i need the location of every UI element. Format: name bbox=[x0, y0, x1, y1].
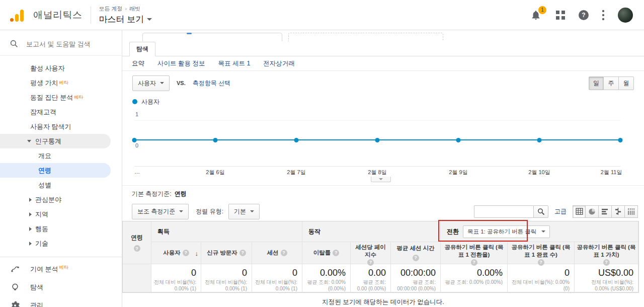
sidebar-item-discover[interactable]: 탐색 bbox=[0, 278, 122, 296]
secondary-dimension-button[interactable]: 보조 측정기준 bbox=[132, 204, 189, 219]
user-avatar[interactable] bbox=[618, 8, 633, 23]
data-point[interactable] bbox=[456, 138, 460, 142]
sidebar-item-lifetime-value[interactable]: 평생 가치베타 bbox=[0, 75, 122, 90]
sidebar-search[interactable] bbox=[0, 30, 122, 56]
help-icon[interactable]: ? bbox=[471, 259, 477, 266]
view-comparison-button[interactable] bbox=[612, 205, 625, 218]
vs-label: VS. bbox=[177, 80, 186, 86]
sidebar-item-label: 행동 bbox=[35, 224, 48, 234]
primary-dimension-value[interactable]: 연령 bbox=[175, 190, 187, 198]
column-header-pages-per-session[interactable]: 세션당 페이지수? bbox=[351, 242, 391, 264]
sort-type-dropdown[interactable]: 기본 bbox=[228, 204, 260, 219]
chevron-right-icon bbox=[29, 198, 32, 202]
sidebar-item-audiences[interactable]: 잠재고객 bbox=[0, 105, 122, 119]
kebab-menu-icon[interactable] bbox=[602, 10, 605, 21]
table-view-icon bbox=[576, 208, 583, 215]
view-performance-button[interactable] bbox=[599, 205, 612, 218]
x-tick: 2월 6일 bbox=[206, 169, 224, 176]
chevron-right-icon bbox=[29, 242, 32, 246]
column-header-goal-value[interactable]: 공유하기 버튼 클릭 (목표 1 가치)? bbox=[575, 242, 638, 264]
bar-chart-icon bbox=[601, 208, 609, 215]
help-icon[interactable]: ? bbox=[538, 259, 544, 266]
sidebar-item-user-explorer[interactable]: 사용자 탐색기 bbox=[0, 119, 122, 134]
select-metric-link[interactable]: 측정항목 선택 bbox=[193, 79, 230, 88]
analytics-logo-icon bbox=[10, 9, 26, 22]
sidebar-item-demographics[interactable]: 인구통계 bbox=[0, 134, 111, 148]
help-icon[interactable]: ? bbox=[603, 259, 610, 266]
breadcrumb-account[interactable]: 모든 계정 bbox=[99, 5, 123, 13]
sidebar-item-age[interactable]: 연령 bbox=[0, 163, 111, 178]
app-header: 애널리틱스 모든 계정 › 래빗 마스터 보기 1 ? bbox=[0, 0, 644, 30]
help-icon[interactable]: ? bbox=[367, 259, 374, 266]
sidebar-item-interests[interactable]: 관심분야 bbox=[0, 192, 122, 207]
metric-dropdown[interactable]: 사용자 bbox=[132, 75, 170, 91]
advanced-filter-link[interactable]: 고급 bbox=[554, 207, 567, 216]
sidebar-item-technology[interactable]: 기술 bbox=[0, 236, 122, 251]
sidebar-item-active-users[interactable]: 활성 사용자 bbox=[0, 61, 122, 75]
column-header-new-users[interactable]: 신규 방문자? bbox=[201, 242, 252, 264]
sidebar-item-label: 기여 분석 bbox=[30, 266, 58, 273]
help-icon[interactable]: ? bbox=[239, 250, 246, 256]
series-label: 사용자 bbox=[141, 98, 159, 106]
sidebar-item-geo[interactable]: 지역 bbox=[0, 207, 122, 221]
column-header-age[interactable]: 연령 ? bbox=[123, 221, 151, 264]
data-table: 연령 ? 획득 동작 전환 목표 1: 공유하기 버튼 클릭 사용자? ↓ 신규… bbox=[122, 221, 639, 293]
subnav-goal-set-1[interactable]: 목표 세트 1 bbox=[218, 59, 250, 68]
segment-all-users[interactable] bbox=[142, 33, 282, 41]
view-pivot-button[interactable] bbox=[625, 205, 638, 218]
sidebar-item-label: 동질 집단 분석 bbox=[30, 93, 73, 102]
apps-grid-icon[interactable] bbox=[555, 10, 566, 20]
column-header-avg-session-duration[interactable]: 평균 세션 시간? bbox=[391, 242, 441, 264]
column-header-goal-conversion-rate[interactable]: 공유하기 버튼 클릭 (목표 1 전환율)? bbox=[441, 242, 508, 264]
granularity-day-button[interactable]: 일 bbox=[589, 76, 604, 90]
view-selector[interactable]: 마스터 보기 bbox=[99, 14, 152, 25]
sidebar-item-admin[interactable]: 관리 bbox=[0, 296, 122, 307]
data-point[interactable] bbox=[375, 138, 380, 142]
help-icon[interactable]: ? bbox=[281, 250, 287, 256]
sidebar-item-cohort-analysis[interactable]: 동질 집단 분석베타 bbox=[0, 90, 122, 105]
subnav-summary[interactable]: 요약 bbox=[132, 59, 144, 68]
totals-goal-completions: 0전체 대비 비율(%): 0.00% (0) bbox=[508, 264, 575, 292]
granularity-month-button[interactable]: 월 bbox=[619, 76, 634, 90]
sidebar-item-gender[interactable]: 성별 bbox=[0, 178, 122, 192]
column-header-bounce-rate[interactable]: 이탈률? bbox=[302, 242, 351, 264]
column-header-sessions[interactable]: 세션? bbox=[252, 242, 302, 264]
data-point[interactable] bbox=[537, 138, 541, 142]
help-icon[interactable]: ? bbox=[333, 250, 339, 256]
data-point[interactable] bbox=[618, 138, 623, 142]
sidebar-item-attribution[interactable]: 기여 분석베타 bbox=[0, 260, 122, 278]
sidebar-search-input[interactable] bbox=[26, 40, 112, 48]
totals-avg-session-duration: 00:00:00평균 조회: 00:00:00 (0.00%) bbox=[391, 264, 441, 292]
column-header-users[interactable]: 사용자? ↓ bbox=[151, 242, 201, 264]
table-search-button[interactable] bbox=[533, 205, 548, 218]
annotation-row bbox=[122, 177, 644, 183]
help-icon[interactable]: ? bbox=[134, 245, 140, 252]
x-axis-line bbox=[134, 166, 620, 167]
segment-add-slot[interactable] bbox=[288, 33, 443, 41]
view-table-button[interactable] bbox=[573, 205, 586, 218]
sidebar-item-behavior[interactable]: 행동 bbox=[0, 221, 122, 236]
totals-age-cell bbox=[123, 264, 151, 292]
tab-explorer[interactable]: 탐색 bbox=[129, 42, 155, 56]
goal-selector-dropdown[interactable]: 목표 1: 공유하기 버튼 클릭 bbox=[463, 225, 550, 238]
column-header-goal-completions[interactable]: 공유하기 버튼 클릭 (목표 1 완료 수)? bbox=[508, 242, 575, 264]
data-point[interactable] bbox=[132, 138, 137, 142]
pie-chart-icon bbox=[588, 208, 596, 215]
lightbulb-icon bbox=[10, 282, 20, 292]
notifications-button[interactable]: 1 bbox=[530, 9, 542, 21]
view-percentage-button[interactable] bbox=[586, 205, 599, 218]
subnav-site-usage[interactable]: 사이트 활용 정보 bbox=[157, 59, 205, 68]
help-icon[interactable]: ? bbox=[579, 10, 589, 20]
sidebar-item-overview[interactable]: 개요 bbox=[0, 148, 122, 163]
subnav-ecommerce[interactable]: 전자상거래 bbox=[263, 59, 295, 68]
x-tick: 2월 10일 bbox=[528, 169, 550, 176]
breadcrumb-property[interactable]: 래빗 bbox=[129, 5, 140, 13]
data-point[interactable] bbox=[213, 138, 217, 142]
data-point[interactable] bbox=[294, 138, 298, 142]
annotations-expander[interactable] bbox=[371, 177, 391, 182]
search-icon bbox=[10, 39, 18, 48]
table-search-input[interactable] bbox=[474, 205, 533, 218]
granularity-week-button[interactable]: 주 bbox=[604, 76, 619, 90]
help-icon[interactable]: ? bbox=[183, 250, 189, 256]
help-icon[interactable]: ? bbox=[413, 255, 419, 261]
